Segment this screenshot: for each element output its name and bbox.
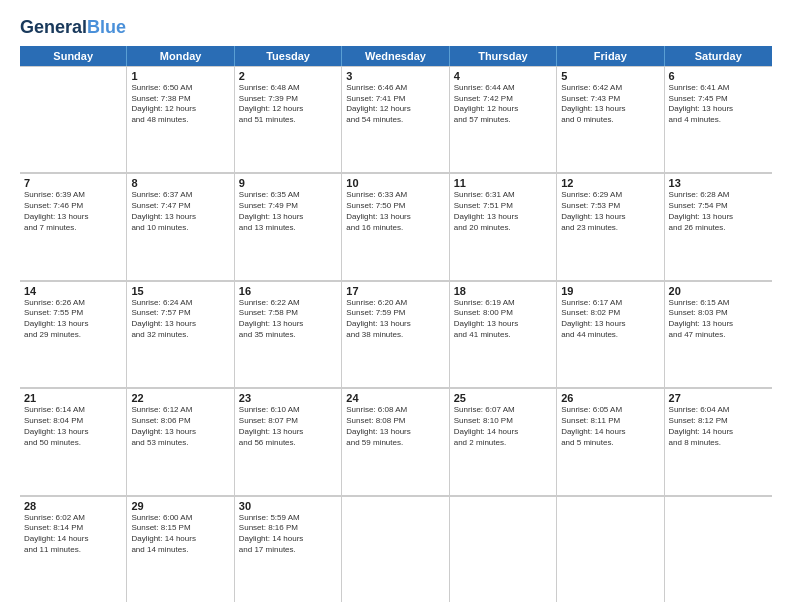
calendar-cell: 11Sunrise: 6:31 AMSunset: 7:51 PMDayligh… bbox=[450, 173, 557, 279]
weekday-header: Tuesday bbox=[235, 46, 342, 66]
day-number: 8 bbox=[131, 177, 229, 189]
cell-info-line: Daylight: 14 hours bbox=[561, 427, 659, 438]
cell-info-line: and 2 minutes. bbox=[454, 438, 552, 449]
cell-info-line: Sunrise: 5:59 AM bbox=[239, 513, 337, 524]
calendar-cell: 24Sunrise: 6:08 AMSunset: 8:08 PMDayligh… bbox=[342, 388, 449, 494]
cell-info-line: Sunset: 7:53 PM bbox=[561, 201, 659, 212]
cell-info-line: Sunrise: 6:37 AM bbox=[131, 190, 229, 201]
cell-info-line: Daylight: 13 hours bbox=[454, 319, 552, 330]
calendar-cell bbox=[665, 496, 772, 602]
cell-info-line: Sunset: 7:50 PM bbox=[346, 201, 444, 212]
cell-info-line: Daylight: 13 hours bbox=[131, 319, 229, 330]
day-number: 28 bbox=[24, 500, 122, 512]
calendar-cell: 16Sunrise: 6:22 AMSunset: 7:58 PMDayligh… bbox=[235, 281, 342, 387]
calendar: SundayMondayTuesdayWednesdayThursdayFrid… bbox=[20, 46, 772, 602]
cell-info-line: Sunset: 7:51 PM bbox=[454, 201, 552, 212]
calendar-cell: 29Sunrise: 6:00 AMSunset: 8:15 PMDayligh… bbox=[127, 496, 234, 602]
cell-info-line: and 59 minutes. bbox=[346, 438, 444, 449]
cell-info-line: and 51 minutes. bbox=[239, 115, 337, 126]
cell-info-line: Daylight: 13 hours bbox=[669, 104, 768, 115]
calendar-cell bbox=[450, 496, 557, 602]
cell-info-line: and 4 minutes. bbox=[669, 115, 768, 126]
cell-info-line: Daylight: 13 hours bbox=[24, 427, 122, 438]
day-number: 26 bbox=[561, 392, 659, 404]
cell-info-line: Sunset: 7:46 PM bbox=[24, 201, 122, 212]
cell-info-line: Daylight: 12 hours bbox=[131, 104, 229, 115]
cell-info-line: and 57 minutes. bbox=[454, 115, 552, 126]
cell-info-line: and 41 minutes. bbox=[454, 330, 552, 341]
cell-info-line: Daylight: 13 hours bbox=[561, 104, 659, 115]
cell-info-line: Sunrise: 6:41 AM bbox=[669, 83, 768, 94]
cell-info-line: Sunrise: 6:28 AM bbox=[669, 190, 768, 201]
day-number: 18 bbox=[454, 285, 552, 297]
calendar-cell: 12Sunrise: 6:29 AMSunset: 7:53 PMDayligh… bbox=[557, 173, 664, 279]
cell-info-line: Sunset: 8:00 PM bbox=[454, 308, 552, 319]
cell-info-line: Sunset: 7:42 PM bbox=[454, 94, 552, 105]
day-number: 30 bbox=[239, 500, 337, 512]
calendar-cell: 1Sunrise: 6:50 AMSunset: 7:38 PMDaylight… bbox=[127, 66, 234, 172]
day-number: 24 bbox=[346, 392, 444, 404]
day-number: 4 bbox=[454, 70, 552, 82]
cell-info-line: and 10 minutes. bbox=[131, 223, 229, 234]
calendar-cell: 19Sunrise: 6:17 AMSunset: 8:02 PMDayligh… bbox=[557, 281, 664, 387]
cell-info-line: Sunrise: 6:50 AM bbox=[131, 83, 229, 94]
day-number: 17 bbox=[346, 285, 444, 297]
cell-info-line: Sunset: 8:16 PM bbox=[239, 523, 337, 534]
cell-info-line: and 23 minutes. bbox=[561, 223, 659, 234]
cell-info-line: and 44 minutes. bbox=[561, 330, 659, 341]
day-number: 9 bbox=[239, 177, 337, 189]
calendar-cell: 4Sunrise: 6:44 AMSunset: 7:42 PMDaylight… bbox=[450, 66, 557, 172]
cell-info-line: Daylight: 13 hours bbox=[346, 212, 444, 223]
calendar-cell: 15Sunrise: 6:24 AMSunset: 7:57 PMDayligh… bbox=[127, 281, 234, 387]
calendar-row: 28Sunrise: 6:02 AMSunset: 8:14 PMDayligh… bbox=[20, 496, 772, 602]
cell-info-line: Sunrise: 6:10 AM bbox=[239, 405, 337, 416]
day-number: 29 bbox=[131, 500, 229, 512]
calendar-cell: 5Sunrise: 6:42 AMSunset: 7:43 PMDaylight… bbox=[557, 66, 664, 172]
cell-info-line: and 32 minutes. bbox=[131, 330, 229, 341]
weekday-header: Saturday bbox=[665, 46, 772, 66]
cell-info-line: Daylight: 13 hours bbox=[24, 319, 122, 330]
weekday-header: Wednesday bbox=[342, 46, 449, 66]
cell-info-line: and 47 minutes. bbox=[669, 330, 768, 341]
cell-info-line: and 50 minutes. bbox=[24, 438, 122, 449]
cell-info-line: Sunset: 7:47 PM bbox=[131, 201, 229, 212]
cell-info-line: Daylight: 13 hours bbox=[669, 212, 768, 223]
calendar-cell: 3Sunrise: 6:46 AMSunset: 7:41 PMDaylight… bbox=[342, 66, 449, 172]
cell-info-line: Daylight: 14 hours bbox=[669, 427, 768, 438]
cell-info-line: Daylight: 13 hours bbox=[131, 427, 229, 438]
cell-info-line: Sunset: 7:45 PM bbox=[669, 94, 768, 105]
cell-info-line: Sunrise: 6:02 AM bbox=[24, 513, 122, 524]
cell-info-line: Sunrise: 6:00 AM bbox=[131, 513, 229, 524]
calendar-cell bbox=[557, 496, 664, 602]
cell-info-line: Sunset: 7:43 PM bbox=[561, 94, 659, 105]
cell-info-line: Sunset: 8:15 PM bbox=[131, 523, 229, 534]
logo: GeneralBlue bbox=[20, 18, 126, 38]
calendar-cell: 14Sunrise: 6:26 AMSunset: 7:55 PMDayligh… bbox=[20, 281, 127, 387]
cell-info-line: and 17 minutes. bbox=[239, 545, 337, 556]
day-number: 19 bbox=[561, 285, 659, 297]
calendar-row: 21Sunrise: 6:14 AMSunset: 8:04 PMDayligh… bbox=[20, 388, 772, 495]
cell-info-line: Daylight: 14 hours bbox=[131, 534, 229, 545]
day-number: 2 bbox=[239, 70, 337, 82]
cell-info-line: and 26 minutes. bbox=[669, 223, 768, 234]
calendar-cell: 7Sunrise: 6:39 AMSunset: 7:46 PMDaylight… bbox=[20, 173, 127, 279]
cell-info-line: Sunrise: 6:33 AM bbox=[346, 190, 444, 201]
cell-info-line: Sunrise: 6:48 AM bbox=[239, 83, 337, 94]
cell-info-line: Sunset: 8:08 PM bbox=[346, 416, 444, 427]
day-number: 16 bbox=[239, 285, 337, 297]
cell-info-line: Sunrise: 6:42 AM bbox=[561, 83, 659, 94]
cell-info-line: and 54 minutes. bbox=[346, 115, 444, 126]
cell-info-line: Sunset: 8:06 PM bbox=[131, 416, 229, 427]
cell-info-line: Sunrise: 6:07 AM bbox=[454, 405, 552, 416]
cell-info-line: Sunrise: 6:08 AM bbox=[346, 405, 444, 416]
weekday-header: Thursday bbox=[450, 46, 557, 66]
calendar-cell: 8Sunrise: 6:37 AMSunset: 7:47 PMDaylight… bbox=[127, 173, 234, 279]
cell-info-line: Daylight: 13 hours bbox=[346, 319, 444, 330]
day-number: 20 bbox=[669, 285, 768, 297]
cell-info-line: Sunrise: 6:15 AM bbox=[669, 298, 768, 309]
cell-info-line: and 11 minutes. bbox=[24, 545, 122, 556]
cell-info-line: Sunrise: 6:05 AM bbox=[561, 405, 659, 416]
logo-blue: Blue bbox=[87, 17, 126, 37]
calendar-cell: 20Sunrise: 6:15 AMSunset: 8:03 PMDayligh… bbox=[665, 281, 772, 387]
cell-info-line: Sunrise: 6:29 AM bbox=[561, 190, 659, 201]
